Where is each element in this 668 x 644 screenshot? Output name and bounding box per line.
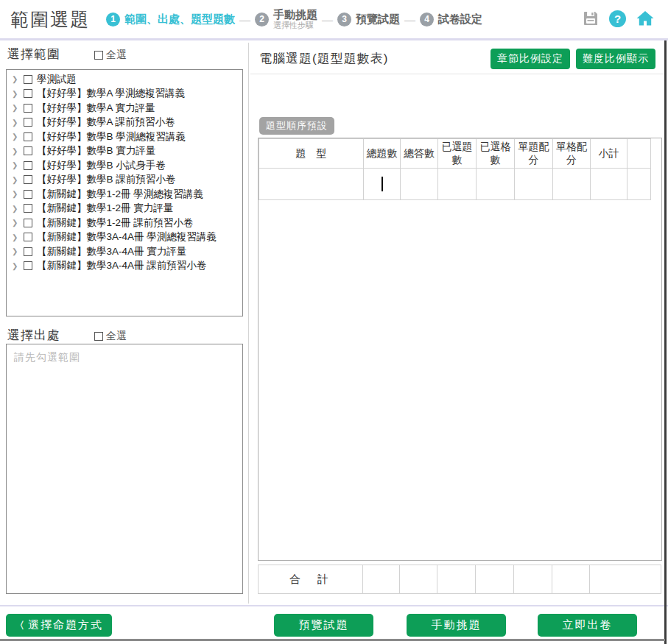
preview-questions-button[interactable]: 預覽試題 [274,614,373,637]
totals-cell [552,565,590,594]
step-separator: — [322,13,333,26]
step-label: 預覽試題 [356,13,400,26]
step-label: 手動挑題 [273,9,317,21]
chevron-right-icon[interactable]: ❯ [12,233,19,241]
tree-item-checkbox[interactable] [24,175,32,184]
step-number-badge: 1 [106,13,120,26]
tree-item-checkbox[interactable] [24,247,32,256]
step-text: 手動挑題選擇性步驟 [273,9,317,30]
chevron-right-icon[interactable]: ❯ [12,190,19,198]
tree-item[interactable]: ❯學測試題 [7,72,242,87]
save-icon[interactable] [582,10,600,27]
wizard-step-1[interactable]: 1範圍、出處、題型題數 [106,13,235,26]
generate-paper-button[interactable]: 立即出卷 [538,614,637,637]
page-title: 範圍選題 [10,7,90,32]
column-header: 單題配分 [515,139,553,169]
chevron-right-icon[interactable]: ❯ [12,75,19,83]
type-order-chip[interactable]: 題型順序預設 [259,117,334,135]
totals-label: 合 計 [259,565,363,594]
range-select-all-checkbox[interactable] [94,51,103,60]
totals-cell [400,565,437,594]
chevron-right-icon[interactable]: ❯ [12,132,19,141]
table-cell[interactable] [477,169,515,200]
tree-item-label: 【新關鍵】數學3A-4A冊 實力評量 [37,245,186,258]
tree-item[interactable]: ❯【好好學】數學B 學測總複習講義 [7,130,242,144]
tree-item[interactable]: ❯【新關鍵】數學3A-4A冊 學測總複習講義 [7,230,242,245]
tree-item-label: 【好好學】數學B 實力評量 [37,144,155,158]
tree-item[interactable]: ❯【新關鍵】數學1-2冊 實力評量 [7,202,242,216]
tree-item-label: 【新關鍵】數學3A-4A冊 學測總複習講義 [37,230,217,244]
column-header: 總答數 [401,139,438,169]
back-to-mode-button[interactable]: 〈 選擇命題方式 [6,614,112,637]
tree-item-checkbox[interactable] [24,146,32,155]
tree-item-checkbox[interactable] [24,89,32,98]
tree-item-checkbox[interactable] [24,75,32,84]
tree-item-checkbox[interactable] [24,161,32,170]
tree-item-checkbox[interactable] [24,132,32,141]
tree-item[interactable]: ❯【好好學】數學B 實力評量 [7,144,242,159]
horizontal-divider [250,74,664,74]
question-type-table-container[interactable]: 題 型總題數總答數已選題數已選格數單題配分單格配分小計 [258,138,662,561]
chevron-right-icon[interactable]: ❯ [12,247,19,255]
wizard-step-4[interactable]: 4試卷設定 [420,13,482,26]
chevron-right-icon[interactable]: ❯ [12,104,19,112]
range-tree: ❯學測試題❯【好好學】數學A 學測總複習講義❯【好好學】數學A 實力評量❯【好好… [6,69,243,316]
tree-item-label: 【好好學】數學B 小試身手卷 [37,159,166,172]
tree-item-checkbox[interactable] [24,104,32,113]
tree-item-checkbox[interactable] [24,204,32,213]
table-cell[interactable] [515,169,553,200]
chevron-right-icon[interactable]: ❯ [12,176,19,184]
table-cell[interactable] [591,169,627,200]
window-scrollbar-edge[interactable] [664,40,667,644]
chevron-right-icon[interactable]: ❯ [12,161,19,169]
tree-item[interactable]: ❯【新關鍵】數學1-2冊 課前預習小卷 [7,216,242,230]
tree-item-checkbox[interactable] [24,118,32,127]
source-select-all[interactable]: 全選 [94,330,127,343]
chevron-left-icon: 〈 [15,619,24,632]
tree-item[interactable]: ❯【好好學】數學B 小試身手卷 [7,158,242,173]
table-cell[interactable] [438,169,477,200]
tree-item[interactable]: ❯【新關鍵】數學1-2冊 學測總複習講義 [7,187,242,202]
tree-item[interactable]: ❯【新關鍵】數學3A-4A冊 課前預習小卷 [7,259,242,274]
range-section-title: 選擇範圍 [7,46,60,63]
table-cell[interactable] [364,169,401,200]
chapter-ratio-button[interactable]: 章節比例設定 [491,49,570,69]
source-section-title: 選擇出處 [7,327,60,344]
chevron-right-icon[interactable]: ❯ [12,219,19,227]
difficulty-ratio-button[interactable]: 難度比例顯示 [576,49,655,69]
main-title: 電腦選題(題型題數表) [259,50,485,67]
chevron-right-icon[interactable]: ❯ [12,118,19,127]
help-icon[interactable]: ? [609,10,626,27]
step-sublabel: 選擇性步驟 [273,21,317,29]
tree-item-checkbox[interactable] [24,190,32,199]
tree-item-checkbox[interactable] [24,261,32,270]
tree-item-checkbox[interactable] [24,233,32,241]
chevron-right-icon[interactable]: ❯ [12,90,19,98]
home-icon[interactable] [636,10,655,27]
step-separator: — [404,13,415,26]
totals-cell [363,565,400,594]
tree-item-label: 【新關鍵】數學3A-4A冊 課前預習小卷 [37,259,206,272]
header-icons: ? [582,10,655,27]
wizard-steps: 1範圍、出處、題型題數—2手動挑題選擇性步驟—3預覽試題—4試卷設定 [106,9,482,30]
table-cell[interactable] [401,169,438,200]
tree-item-checkbox[interactable] [24,219,32,227]
range-select-all[interactable]: 全選 [94,49,127,62]
tree-item[interactable]: ❯【好好學】數學A 課前預習小卷 [7,116,242,130]
column-header: 已選題數 [438,139,477,169]
tree-item[interactable]: ❯【好好學】數學B 課前預習小卷 [7,173,242,188]
tree-item[interactable]: ❯【好好學】數學A 學測總複習講義 [7,87,242,102]
wizard-step-2[interactable]: 2手動挑題選擇性步驟 [255,9,317,30]
table-cell[interactable] [627,169,651,200]
chevron-right-icon[interactable]: ❯ [12,205,19,213]
manual-pick-button[interactable]: 手動挑題 [407,614,506,637]
tree-item[interactable]: ❯【新關鍵】數學3A-4A冊 實力評量 [7,244,242,259]
source-select-all-checkbox[interactable] [94,332,103,341]
table-cell[interactable] [259,169,364,200]
tree-item[interactable]: ❯【好好學】數學A 實力評量 [7,101,242,116]
wizard-step-3[interactable]: 3預覽試題 [337,13,400,26]
chevron-right-icon[interactable]: ❯ [12,147,19,155]
chevron-right-icon[interactable]: ❯ [12,262,19,270]
table-cell[interactable] [553,169,591,200]
tree-item-label: 【好好學】數學B 學測總複習講義 [37,130,186,144]
